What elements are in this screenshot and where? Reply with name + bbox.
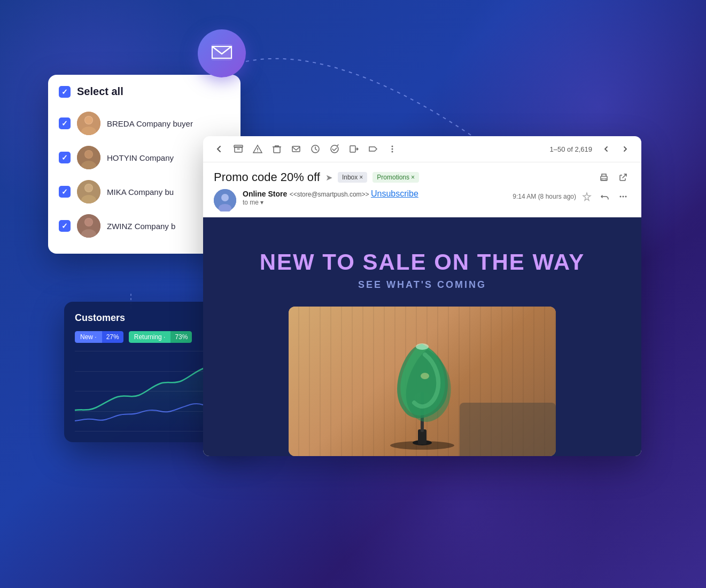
unsubscribe-link[interactable]: Unsubscribe (371, 189, 418, 198)
svg-point-15 (85, 218, 92, 226)
svg-rect-21 (274, 147, 280, 153)
product-image (289, 307, 556, 456)
clock-icon[interactable] (308, 142, 323, 156)
new-legend-item: New · 27% (75, 331, 123, 343)
next-page-button[interactable] (618, 142, 633, 156)
customer-checkbox-1[interactable] (59, 117, 71, 129)
customer-name-3: MIKA Company bu (107, 187, 174, 197)
svg-point-32 (221, 194, 229, 201)
svg-rect-25 (350, 146, 355, 152)
customer-checkbox-4[interactable] (59, 220, 71, 232)
new-label: New · (75, 331, 102, 343)
move-to-icon[interactable] (346, 142, 361, 156)
pagination-label: 1–50 of 2,619 (549, 145, 592, 153)
new-value: 27% (102, 331, 123, 343)
email-subject: Promo code 20% off (214, 170, 320, 184)
more-options-icon[interactable] (616, 189, 631, 204)
open-in-new-icon[interactable] (616, 170, 631, 185)
customer-checkbox-3[interactable] (59, 186, 71, 198)
promo-subheadline: SEE WHAT'S COMING (358, 279, 486, 291)
select-all-label: Select all (77, 85, 123, 98)
svg-point-34 (620, 196, 622, 198)
sender-info-row: Online Store <<store@smartpush.com>> Uns… (214, 189, 631, 211)
returning-label: Returning · (129, 331, 171, 343)
gmail-toolbar: 1–50 of 2,619 (203, 136, 641, 162)
to-me-label[interactable]: to me ▾ (243, 199, 506, 206)
avatar (77, 214, 100, 238)
svg-point-24 (331, 145, 338, 153)
warning-icon[interactable] (250, 142, 265, 156)
customer-name-1: BREDA Company buyer (107, 119, 193, 128)
svg-point-3 (85, 116, 92, 124)
sender-name: Online Store (243, 190, 287, 198)
avatar (77, 146, 100, 169)
avatar (77, 180, 100, 203)
customer-name-2: HOTYIN Company (107, 153, 174, 162)
avatar (77, 112, 100, 135)
inbox-tag[interactable]: Inbox × (338, 172, 367, 183)
prev-page-button[interactable] (599, 142, 614, 156)
email-icon[interactable] (289, 142, 304, 156)
archive-icon[interactable] (231, 142, 246, 156)
returning-value: 73% (170, 331, 192, 343)
back-button[interactable] (212, 142, 227, 156)
sender-details: Online Store <<store@smartpush.com>> Uns… (243, 189, 506, 206)
returning-legend-item: Returning · 73% (129, 331, 192, 343)
email-icon-circle (198, 29, 246, 77)
svg-point-7 (85, 151, 92, 158)
svg-point-27 (392, 148, 393, 150)
svg-point-28 (392, 151, 393, 153)
svg-rect-22 (292, 146, 300, 152)
svg-rect-30 (602, 178, 606, 180)
customer-checkbox-2[interactable] (59, 152, 71, 163)
email-timestamp: 9:14 AM (8 hours ago) (513, 193, 576, 200)
sender-avatar (214, 189, 236, 211)
svg-point-26 (392, 146, 393, 147)
sender-email: <<store@smartpush.com>> (290, 191, 371, 198)
email-header: Promo code 20% off ➤ Inbox × Promotions … (203, 162, 641, 217)
svg-point-43 (416, 343, 429, 350)
svg-point-44 (421, 373, 429, 379)
svg-point-11 (85, 184, 92, 192)
gmail-panel: 1–50 of 2,619 Promo code 20% off ➤ Inbox… (203, 136, 641, 456)
list-item: BREDA Company buyer (59, 106, 230, 140)
trash-icon[interactable] (269, 142, 284, 156)
email-icon (211, 44, 232, 62)
task-icon[interactable] (327, 142, 342, 156)
email-body: NEW TO SALE ON THE WAY SEE WHAT'S COMING (203, 217, 641, 456)
print-icon[interactable] (596, 170, 611, 185)
svg-point-36 (625, 196, 627, 198)
svg-rect-18 (234, 145, 243, 147)
star-icon[interactable] (579, 189, 594, 204)
forward-icon: ➤ (325, 173, 332, 183)
svg-point-20 (257, 151, 258, 152)
reply-icon[interactable] (598, 189, 612, 204)
more-vert-icon[interactable] (385, 142, 400, 156)
promo-headline: NEW TO SALE ON THE WAY (260, 249, 585, 275)
select-all-checkbox[interactable] (59, 86, 71, 98)
label-icon[interactable] (366, 142, 381, 156)
promotions-tag[interactable]: Promotions × (373, 172, 419, 183)
svg-point-35 (623, 196, 624, 198)
customer-name-4: ZWINZ Company b (107, 222, 175, 231)
